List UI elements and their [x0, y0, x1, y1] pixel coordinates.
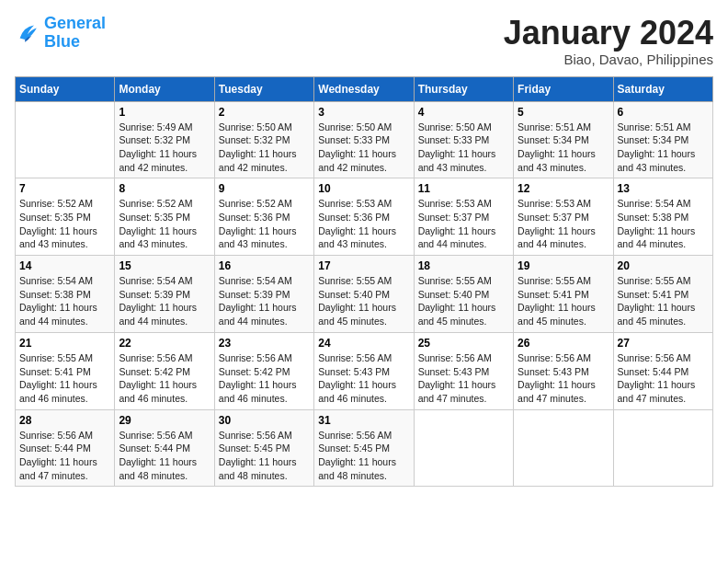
day-info: Sunrise: 5:56 AMSunset: 5:42 PMDaylight:…: [119, 351, 210, 406]
day-number: 18: [418, 259, 509, 272]
calendar-day-cell: 10Sunrise: 5:53 AMSunset: 5:36 PMDayligh…: [314, 178, 414, 256]
weekday-header-cell: Friday: [514, 76, 613, 101]
weekday-header-row: SundayMondayTuesdayWednesdayThursdayFrid…: [16, 76, 713, 101]
calendar-day-cell: 30Sunrise: 5:56 AMSunset: 5:45 PMDayligh…: [214, 409, 313, 487]
calendar-day-cell: 18Sunrise: 5:55 AMSunset: 5:40 PMDayligh…: [414, 256, 513, 333]
page-header: General Blue January 2024 Biao, Davao, P…: [15, 15, 713, 67]
day-number: 20: [618, 259, 709, 272]
day-info: Sunrise: 5:49 AMSunset: 5:32 PMDaylight:…: [119, 121, 210, 175]
day-info: Sunrise: 5:52 AMSunset: 5:35 PMDaylight:…: [119, 197, 210, 251]
weekday-header-cell: Sunday: [16, 76, 115, 101]
day-info: Sunrise: 5:50 AMSunset: 5:33 PMDaylight:…: [318, 121, 409, 175]
day-number: 31: [318, 414, 409, 427]
day-number: 30: [219, 414, 310, 427]
calendar-day-cell: 24Sunrise: 5:56 AMSunset: 5:43 PMDayligh…: [314, 332, 414, 409]
calendar-day-cell: 20Sunrise: 5:55 AMSunset: 5:41 PMDayligh…: [613, 256, 712, 333]
calendar-day-cell: 29Sunrise: 5:56 AMSunset: 5:44 PMDayligh…: [115, 409, 214, 487]
calendar-day-cell: 7Sunrise: 5:52 AMSunset: 5:35 PMDaylight…: [16, 178, 115, 256]
calendar-day-cell: 22Sunrise: 5:56 AMSunset: 5:42 PMDayligh…: [115, 332, 214, 409]
day-number: 4: [418, 106, 509, 119]
logo-text: General Blue: [44, 15, 106, 52]
calendar-week-row: 21Sunrise: 5:55 AMSunset: 5:41 PMDayligh…: [16, 332, 713, 409]
calendar-day-cell: 11Sunrise: 5:53 AMSunset: 5:37 PMDayligh…: [414, 178, 513, 256]
calendar-day-cell: 19Sunrise: 5:55 AMSunset: 5:41 PMDayligh…: [514, 256, 613, 333]
calendar-day-cell: [514, 409, 613, 487]
weekday-header-cell: Wednesday: [314, 76, 414, 101]
day-number: 10: [318, 182, 409, 195]
day-number: 12: [518, 182, 609, 195]
day-info: Sunrise: 5:51 AMSunset: 5:34 PMDaylight:…: [518, 121, 609, 175]
calendar-day-cell: 25Sunrise: 5:56 AMSunset: 5:43 PMDayligh…: [414, 332, 513, 409]
day-number: 19: [518, 259, 609, 272]
calendar-day-cell: 5Sunrise: 5:51 AMSunset: 5:34 PMDaylight…: [514, 101, 613, 178]
day-number: 28: [19, 414, 110, 427]
calendar-day-cell: 13Sunrise: 5:54 AMSunset: 5:38 PMDayligh…: [613, 178, 712, 256]
day-info: Sunrise: 5:54 AMSunset: 5:39 PMDaylight:…: [219, 274, 310, 328]
day-info: Sunrise: 5:51 AMSunset: 5:34 PMDaylight:…: [618, 121, 709, 175]
calendar-day-cell: 27Sunrise: 5:56 AMSunset: 5:44 PMDayligh…: [613, 332, 712, 409]
day-info: Sunrise: 5:50 AMSunset: 5:33 PMDaylight:…: [418, 121, 509, 175]
day-number: 8: [119, 182, 210, 195]
day-number: 7: [19, 182, 110, 195]
title-block: January 2024 Biao, Davao, Philippines: [504, 15, 713, 67]
day-info: Sunrise: 5:52 AMSunset: 5:36 PMDaylight:…: [219, 197, 310, 251]
calendar-week-row: 1Sunrise: 5:49 AMSunset: 5:32 PMDaylight…: [16, 101, 713, 178]
weekday-header-cell: Tuesday: [214, 76, 313, 101]
day-number: 1: [119, 106, 210, 119]
calendar-day-cell: 12Sunrise: 5:53 AMSunset: 5:37 PMDayligh…: [514, 178, 613, 256]
calendar-day-cell: [16, 101, 115, 178]
calendar-day-cell: 31Sunrise: 5:56 AMSunset: 5:45 PMDayligh…: [314, 409, 414, 487]
day-info: Sunrise: 5:56 AMSunset: 5:44 PMDaylight:…: [19, 429, 110, 483]
calendar-day-cell: 23Sunrise: 5:56 AMSunset: 5:42 PMDayligh…: [214, 332, 313, 409]
day-number: 9: [219, 182, 310, 195]
day-number: 3: [318, 106, 409, 119]
day-number: 29: [119, 414, 210, 427]
day-number: 14: [19, 259, 110, 272]
day-info: Sunrise: 5:56 AMSunset: 5:42 PMDaylight:…: [219, 351, 310, 406]
day-number: 6: [618, 106, 709, 119]
day-info: Sunrise: 5:56 AMSunset: 5:45 PMDaylight:…: [219, 429, 310, 483]
day-info: Sunrise: 5:55 AMSunset: 5:41 PMDaylight:…: [518, 274, 609, 328]
calendar-week-row: 7Sunrise: 5:52 AMSunset: 5:35 PMDaylight…: [16, 178, 713, 256]
calendar-day-cell: 16Sunrise: 5:54 AMSunset: 5:39 PMDayligh…: [214, 256, 313, 333]
day-number: 23: [219, 337, 310, 350]
logo: General Blue: [15, 15, 106, 52]
day-info: Sunrise: 5:56 AMSunset: 5:43 PMDaylight:…: [418, 351, 509, 406]
location: Biao, Davao, Philippines: [504, 52, 713, 67]
day-info: Sunrise: 5:55 AMSunset: 5:40 PMDaylight:…: [418, 274, 509, 328]
calendar-day-cell: 15Sunrise: 5:54 AMSunset: 5:39 PMDayligh…: [115, 256, 214, 333]
calendar-day-cell: 4Sunrise: 5:50 AMSunset: 5:33 PMDaylight…: [414, 101, 513, 178]
weekday-header-cell: Thursday: [414, 76, 513, 101]
calendar-day-cell: 2Sunrise: 5:50 AMSunset: 5:32 PMDaylight…: [214, 101, 313, 178]
day-info: Sunrise: 5:52 AMSunset: 5:35 PMDaylight:…: [19, 197, 110, 251]
calendar-day-cell: 17Sunrise: 5:55 AMSunset: 5:40 PMDayligh…: [314, 256, 414, 333]
day-number: 17: [318, 259, 409, 272]
day-info: Sunrise: 5:55 AMSunset: 5:40 PMDaylight:…: [318, 274, 409, 328]
day-number: 16: [219, 259, 310, 272]
calendar-day-cell: 6Sunrise: 5:51 AMSunset: 5:34 PMDaylight…: [613, 101, 712, 178]
calendar-day-cell: 14Sunrise: 5:54 AMSunset: 5:38 PMDayligh…: [16, 256, 115, 333]
calendar-day-cell: 21Sunrise: 5:55 AMSunset: 5:41 PMDayligh…: [16, 332, 115, 409]
day-number: 24: [318, 337, 409, 350]
day-number: 15: [119, 259, 210, 272]
day-number: 2: [219, 106, 310, 119]
day-number: 22: [119, 337, 210, 350]
day-number: 5: [518, 106, 609, 119]
day-number: 27: [618, 337, 709, 350]
calendar-week-row: 14Sunrise: 5:54 AMSunset: 5:38 PMDayligh…: [16, 256, 713, 333]
day-number: 13: [618, 182, 709, 195]
day-number: 21: [19, 337, 110, 350]
day-info: Sunrise: 5:54 AMSunset: 5:38 PMDaylight:…: [19, 274, 110, 328]
calendar-day-cell: 26Sunrise: 5:56 AMSunset: 5:43 PMDayligh…: [514, 332, 613, 409]
day-info: Sunrise: 5:56 AMSunset: 5:44 PMDaylight:…: [618, 351, 709, 406]
calendar-day-cell: [414, 409, 513, 487]
day-info: Sunrise: 5:53 AMSunset: 5:36 PMDaylight:…: [318, 197, 409, 251]
day-number: 11: [418, 182, 509, 195]
day-info: Sunrise: 5:56 AMSunset: 5:43 PMDaylight:…: [318, 351, 409, 406]
day-info: Sunrise: 5:55 AMSunset: 5:41 PMDaylight:…: [19, 351, 110, 406]
calendar-day-cell: 28Sunrise: 5:56 AMSunset: 5:44 PMDayligh…: [16, 409, 115, 487]
calendar-day-cell: [613, 409, 712, 487]
day-info: Sunrise: 5:54 AMSunset: 5:38 PMDaylight:…: [618, 197, 709, 251]
weekday-header-cell: Monday: [115, 76, 214, 101]
weekday-header-cell: Saturday: [613, 76, 712, 101]
